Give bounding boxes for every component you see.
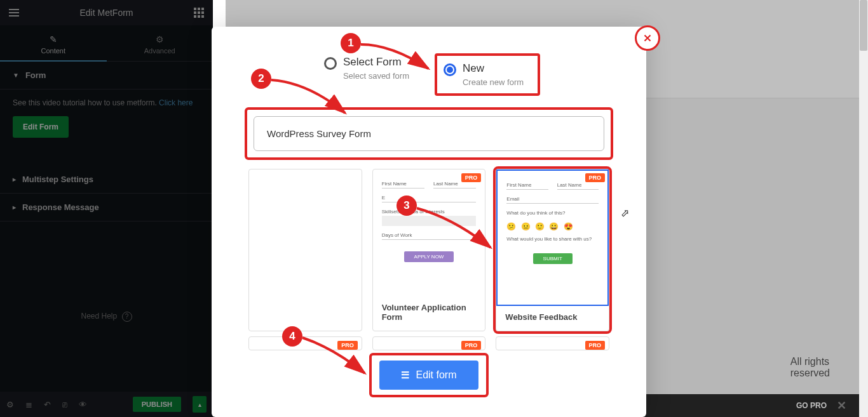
emoji-row: 😕 😐 🙂 😀 😍 bbox=[506, 222, 599, 231]
arrow-icon bbox=[301, 335, 371, 380]
annotation-badge: 4 bbox=[282, 326, 302, 347]
dark-overlay bbox=[0, 0, 213, 417]
edit-form-label: Edit form bbox=[416, 369, 456, 381]
scrollbar-thumb[interactable] bbox=[860, 0, 867, 51]
cursor-icon: ⬀ bbox=[621, 207, 629, 219]
scrollbar[interactable] bbox=[859, 0, 868, 417]
modal-close-button[interactable] bbox=[635, 25, 660, 51]
template-item[interactable]: PRO bbox=[372, 336, 486, 350]
template-list-row2: PRO PRO PRO bbox=[212, 331, 646, 350]
radio-unchecked-icon bbox=[324, 57, 337, 70]
edit-form-wrap: ☰ Edit form bbox=[369, 353, 488, 397]
template-name: Volunteer Application Form bbox=[373, 296, 485, 331]
template-website-feedback[interactable]: PRO First NameLast Name Email What do yo… bbox=[496, 169, 609, 331]
arrow-icon bbox=[270, 77, 353, 119]
pro-badge: PRO bbox=[585, 341, 606, 350]
annotation-badge: 1 bbox=[341, 33, 361, 53]
preview-button: SUBMIT bbox=[533, 253, 573, 264]
preview-field: Email bbox=[506, 196, 599, 204]
template-preview bbox=[249, 169, 362, 331]
annotation-badge: 3 bbox=[397, 195, 417, 216]
preview-field: Last Name bbox=[557, 182, 599, 190]
new-form-sub: Create new form bbox=[463, 77, 524, 87]
template-preview: First NameLast Name Email What do you th… bbox=[496, 169, 609, 306]
preview-field: First Name bbox=[382, 181, 424, 189]
form-icon: ☰ bbox=[401, 369, 409, 381]
preview-field: E bbox=[382, 195, 477, 202]
preview-field: What would you like to share with us? bbox=[506, 236, 599, 242]
arrow-icon bbox=[416, 206, 498, 253]
preview-field: First Name bbox=[506, 182, 548, 190]
template-item[interactable]: PRO bbox=[496, 336, 609, 350]
pro-badge: PRO bbox=[461, 173, 482, 182]
preview-field: What do you think of this? bbox=[506, 210, 599, 216]
template-name: Website Feedback bbox=[496, 306, 609, 331]
annotation-badge: 2 bbox=[251, 69, 271, 89]
form-name-input[interactable] bbox=[254, 116, 604, 151]
pro-badge: PRO bbox=[585, 173, 606, 182]
new-form-label: New bbox=[463, 62, 524, 75]
pro-badge: PRO bbox=[461, 341, 482, 350]
elementor-panel: Edit MetForm ✎Content ⚙Advanced ▼Form Se… bbox=[0, 0, 213, 417]
arrow-icon bbox=[360, 42, 436, 74]
new-form-option[interactable]: New Create new form bbox=[435, 53, 540, 96]
template-blank[interactable] bbox=[248, 169, 362, 331]
radio-checked-icon bbox=[444, 63, 456, 76]
edit-form-submit-button[interactable]: ☰ Edit form bbox=[379, 361, 478, 390]
